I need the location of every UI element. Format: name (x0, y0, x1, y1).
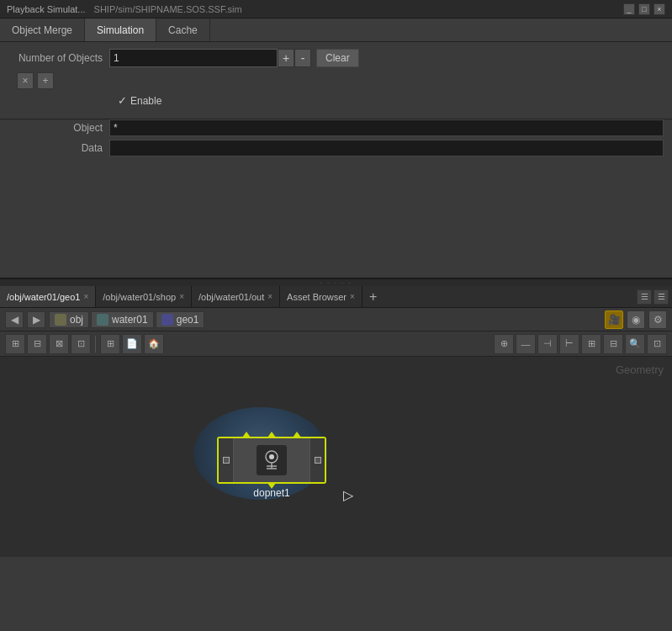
settings-button[interactable]: ⚙ (648, 310, 667, 329)
field-area: Object Data (0, 119, 672, 168)
node-toolbar: ⊞ ⊟ ⊠ ⊡ ⊞ 📄 🏠 ⊕ — ⊣ ⊢ ⊞ ⊟ 🔍 ⊡ (0, 331, 672, 357)
bottom-tab-geo1-label: /obj/water01/geo1 (7, 292, 80, 302)
toolbar-right-btn-2[interactable]: — (516, 334, 536, 354)
file-path: SHIP/sim/SHIPNAME.SOS.SSF.sim (94, 4, 242, 14)
top-panel-inner: Number of Objects + - Clear × + ✓ Enable (0, 42, 672, 119)
data-field-row: Data (8, 140, 664, 156)
node-port-right (310, 438, 325, 482)
close-button[interactable]: × (653, 3, 665, 15)
bottom-tab-out[interactable]: /obj/water01/out × (192, 286, 280, 307)
node-body[interactable] (217, 437, 326, 484)
toolbar-btn-7[interactable]: 🏠 (144, 334, 164, 354)
breadcrumb-item-geo1[interactable]: geo1 (156, 311, 205, 328)
bottom-tab-out-close[interactable]: × (267, 292, 273, 301)
tab-bar-right-controls: ☰ ☰ (637, 289, 672, 305)
bottom-tab-asset-label: Asset Browser (287, 292, 347, 302)
maximize-button[interactable]: □ (638, 3, 650, 15)
toolbar-right-btn-4[interactable]: ⊢ (559, 334, 579, 354)
num-objects-plus-button[interactable]: + (278, 49, 294, 67)
remove-icon-button[interactable]: × (17, 72, 34, 89)
tab-layout-button[interactable]: ☰ (637, 289, 652, 305)
top-panel-empty (0, 168, 672, 278)
connector-bottom-1 (267, 483, 276, 489)
geo-icon (161, 314, 173, 326)
enable-checkmark: ✓ (118, 94, 127, 107)
minimize-button[interactable]: _ (623, 3, 635, 15)
bottom-tab-bar: /obj/water01/geo1 × /obj/water01/shop × … (0, 286, 672, 308)
tab-simulation[interactable]: Simulation (85, 19, 156, 41)
breadcrumb-geo-label: geo1 (177, 314, 199, 326)
add-icon-button[interactable]: + (37, 72, 54, 89)
toolbar-right: ⊕ — ⊣ ⊢ ⊞ ⊟ 🔍 ⊡ (494, 334, 667, 354)
breadcrumb-bar: ◀ ▶ obj water01 geo1 🎥 ◉ ⚙ (0, 308, 672, 331)
num-objects-row: Number of Objects + - Clear (8, 49, 664, 67)
toolbar-right-btn-8[interactable]: ⊡ (647, 334, 667, 354)
breadcrumb-nav: obj water01 geo1 (49, 311, 204, 328)
back-button[interactable]: ◀ (5, 311, 24, 328)
obj-icon (55, 314, 66, 326)
node-port-left (219, 438, 234, 482)
breadcrumb-item-obj[interactable]: obj (49, 311, 89, 328)
toolbar-btn-2[interactable]: ⊟ (27, 334, 47, 354)
clear-button[interactable]: Clear (316, 49, 359, 67)
camera-button[interactable]: 🎥 (605, 310, 623, 329)
toolbar-btn-5[interactable]: ⊞ (100, 334, 120, 354)
connector-top-1 (242, 432, 251, 437)
dopnet-node[interactable]: dopnet1 (217, 437, 326, 499)
top-tab-bar: Object Merge Simulation Cache (0, 19, 672, 42)
object-input[interactable] (109, 119, 664, 136)
geometry-label: Geometry (616, 363, 664, 376)
view-button[interactable]: ◉ (627, 310, 645, 329)
tab-options-button[interactable]: ☰ (653, 289, 669, 305)
node-label: dopnet1 (253, 487, 289, 499)
node-icon-area (257, 445, 287, 475)
toolbar-separator-1 (95, 336, 96, 353)
object-label: Object (8, 122, 109, 134)
bottom-tab-asset-browser[interactable]: Asset Browser × (280, 286, 362, 307)
bottom-tab-shop-close[interactable]: × (179, 292, 184, 301)
node-icon-svg (260, 448, 283, 472)
toolbar-right-btn-6[interactable]: ⊟ (603, 334, 623, 354)
tab-object-merge[interactable]: Object Merge (0, 19, 85, 41)
connector-top-3 (293, 432, 301, 437)
title-text: Playback Simulat... (7, 4, 86, 14)
node-connector-bottom (267, 483, 276, 489)
bottom-tab-out-label: /obj/water01/out (198, 292, 264, 302)
bottom-tab-asset-close[interactable]: × (350, 292, 355, 301)
node-connectors-top (242, 432, 301, 437)
enable-label: Enable (130, 95, 161, 107)
bottom-panel: /obj/water01/geo1 × /obj/water01/shop × … (0, 286, 672, 557)
tab-cache[interactable]: Cache (156, 19, 210, 41)
num-objects-input[interactable] (109, 49, 278, 67)
water-icon (97, 314, 108, 326)
title-bar-controls: _ □ × (623, 3, 665, 15)
num-objects-input-wrap: + - Clear (109, 49, 359, 67)
panel-divider[interactable]: · · · · · (0, 279, 672, 286)
breadcrumb-item-water01[interactable]: water01 (91, 311, 154, 328)
num-objects-minus-button[interactable]: - (294, 49, 311, 67)
toolbar-btn-3[interactable]: ⊠ (49, 334, 69, 354)
num-objects-label: Number of Objects (8, 52, 109, 64)
forward-button[interactable]: ▶ (27, 311, 45, 328)
add-tab-button[interactable]: + (362, 289, 384, 305)
port-dot-right[interactable] (315, 457, 321, 464)
toolbar-right-btn-5[interactable]: ⊞ (581, 334, 601, 354)
bottom-tab-geo1-close[interactable]: × (83, 292, 88, 301)
toolbar-right-btn-7[interactable]: 🔍 (625, 334, 645, 354)
data-input[interactable] (109, 140, 664, 156)
toolbar-btn-4[interactable]: ⊡ (71, 334, 91, 354)
toolbar-btn-6[interactable]: 📄 (122, 334, 142, 354)
node-canvas[interactable]: Geometry (0, 357, 672, 557)
toolbar-right-btn-1[interactable]: ⊕ (494, 334, 514, 354)
breadcrumb-water-label: water01 (112, 314, 148, 326)
data-label: Data (8, 142, 109, 154)
breadcrumb-obj-label: obj (70, 314, 83, 326)
object-field-row: Object (8, 119, 664, 136)
toolbar-right-btn-3[interactable]: ⊣ (537, 334, 558, 354)
top-panel: Number of Objects + - Clear × + ✓ Enable… (0, 42, 672, 279)
toolbar-btn-1[interactable]: ⊞ (5, 334, 25, 354)
connector-top-2 (267, 432, 276, 437)
bottom-tab-geo1[interactable]: /obj/water01/geo1 × (0, 286, 96, 307)
port-dot-left[interactable] (223, 457, 230, 464)
bottom-tab-shop[interactable]: /obj/water01/shop × (96, 286, 192, 307)
